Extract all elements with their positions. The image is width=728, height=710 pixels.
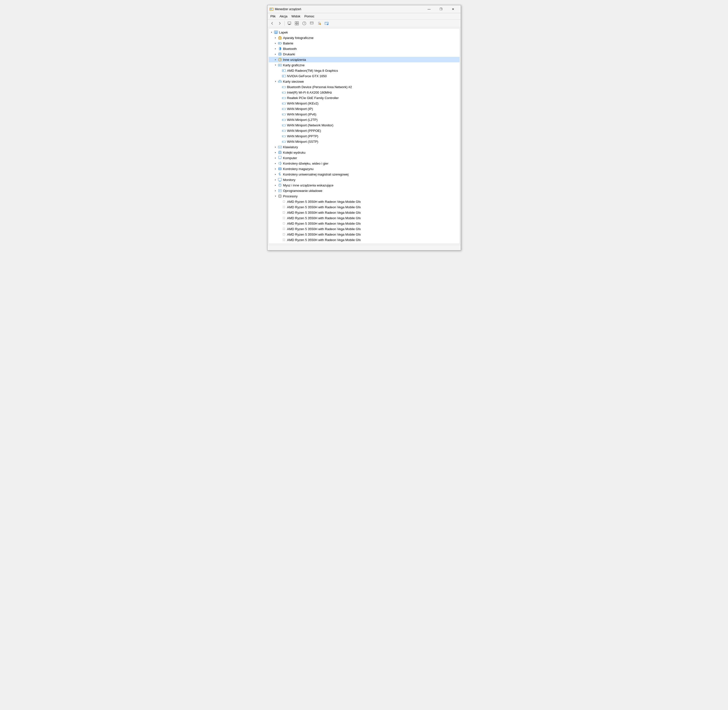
tree-item-cpu2[interactable]: ▸ ☐ AMD Ryzen 5 3550H with Radeon Vega M… [269, 204, 459, 210]
status-bar [268, 245, 461, 250]
tree-item-wan-nm[interactable]: ▸ WAN Miniport (Network Monitor) [269, 122, 459, 128]
tree-item-wan-sstp[interactable]: ▸ WAN Miniport (SSTP) [269, 139, 459, 144]
toolbar-btn-8[interactable] [324, 21, 330, 26]
tree-item-mysz[interactable]: ▸ Mysz i inne urządzenia wskazujące [269, 182, 459, 188]
toolbar-btn-6[interactable] [309, 21, 315, 26]
expand-baterie[interactable]: ▸ [274, 41, 278, 45]
menu-akcja[interactable]: Akcja [278, 14, 289, 19]
toolbar-btn-3[interactable] [286, 21, 293, 26]
close-button[interactable]: ✕ [447, 6, 459, 12]
tree-item-wan-pppoe[interactable]: ▸ WAN Miniport (PPPOE) [269, 128, 459, 133]
icon-realtek [282, 95, 286, 100]
expand-klawiatury[interactable]: ▸ [274, 145, 278, 149]
expand-aparaty[interactable]: ▸ [274, 36, 278, 40]
svg-rect-7 [288, 25, 291, 25]
tree-item-karty-graf[interactable]: ▾ Karty graficzne [269, 62, 459, 68]
tree-item-intel-wifi[interactable]: ▸ Intel(R) Wi-Fi 6 AX200 160MHz [269, 89, 459, 95]
svg-rect-2 [271, 9, 272, 9]
tree-item-usb[interactable]: ▸ Kontrolery uniwersalnej magistrali sze… [269, 172, 459, 177]
label-drukarki: Drukarki [283, 52, 295, 56]
tree-item-procesory[interactable]: ▾ [269, 194, 459, 199]
tree-item-nvidia[interactable]: ▸ NVIDIA GeForce GTX 1650 [269, 73, 459, 79]
svg-rect-45 [283, 75, 284, 77]
tree-item-cpu1[interactable]: ▸ ☐ AMD Ryzen 5 3550H with Radeon Vega M… [269, 199, 459, 204]
label-karty-graf: Karty graficzne [283, 63, 305, 67]
tree-item-karty-siec[interactable]: ▾ Karty sieciowe [269, 79, 459, 84]
expand-usb[interactable]: ▸ [274, 172, 278, 176]
tree-item-drukarki[interactable]: ▸ Drukarki [269, 51, 459, 57]
expand-storage[interactable]: ▸ [274, 167, 278, 171]
tree-item-audio[interactable]: ▸ Kontrolery dźwięku, wideo i gier [269, 161, 459, 166]
expand-audio[interactable]: ▸ [274, 161, 278, 165]
label-klawiatury: Klawiatury [283, 145, 298, 149]
minimize-button[interactable]: — [424, 6, 435, 12]
expand-procesory[interactable]: ▾ [274, 194, 278, 198]
tree-item-wan-pptp[interactable]: ▸ WAN Miniport (PPTP) [269, 133, 459, 139]
maximize-button[interactable]: ❐ [435, 6, 447, 12]
icon-cpu5: ☐ [282, 221, 286, 226]
icon-usb [278, 172, 282, 176]
tree-item-wan-ip[interactable]: ▸ WAN Miniport (IP) [269, 106, 459, 111]
menu-pomoc[interactable]: Pomoc [302, 14, 316, 19]
tree-item-cpu6[interactable]: ▸ ☐ AMD Ryzen 5 3550H with Radeon Vega M… [269, 226, 459, 232]
toolbar-help-button[interactable]: ? [301, 21, 307, 26]
tree-item-aparaty[interactable]: ▸ Aparaty fotograficzne [269, 35, 459, 41]
expand-monitory[interactable]: ▸ [274, 178, 278, 182]
tree-item-monitory[interactable]: ▸ Monitory [269, 177, 459, 182]
tree-item-bluetooth[interactable]: ▸ Bluetooth [269, 46, 459, 51]
tree-item-wan-l2tp[interactable]: ▸ WAN Miniport (L2TP) [269, 117, 459, 122]
expand-oprogr[interactable]: ▸ [274, 189, 278, 193]
svg-rect-31 [279, 43, 280, 44]
tree-item-baterie[interactable]: ▸ Baterie [269, 41, 459, 46]
tree-item-storage[interactable]: ▸ Kontrolery magazynu [269, 166, 459, 172]
back-button[interactable] [269, 21, 275, 26]
expand-karty-graf[interactable]: ▾ [274, 63, 278, 67]
expand-komputer[interactable]: ▸ [274, 156, 278, 160]
menu-plik[interactable]: Plik [269, 14, 278, 19]
expand-inne[interactable]: ▸ [274, 57, 278, 62]
tree-item-cpu7[interactable]: ▸ ☐ AMD Ryzen 5 3550H with Radeon Vega M… [269, 232, 459, 237]
toolbar-btn-4[interactable] [294, 21, 300, 26]
icon-cpu6: ☐ [282, 227, 286, 231]
expand-karty-siec[interactable]: ▾ [274, 79, 278, 84]
icon-storage [278, 167, 282, 171]
label-bt-pan: Bluetooth Device (Personal Area Network)… [287, 85, 352, 89]
tree-item-kolejki[interactable]: ▸ Kolejki wydruku [269, 150, 459, 155]
icon-procesory [278, 194, 282, 198]
tree-item-oprogr[interactable]: ▸ Oprogramowanie układowe [269, 188, 459, 194]
tree-item-realtek[interactable]: ▸ Realtek PCIe GbE Family Controller [269, 95, 459, 101]
svg-rect-73 [283, 141, 283, 142]
icon-wan-ip [282, 107, 286, 111]
tree-item-cpu4[interactable]: ▸ ☐ AMD Ryzen 5 3550H with Radeon Vega M… [269, 215, 459, 221]
icon-karty-siec [278, 79, 282, 84]
label-procesory: Procesory [283, 194, 298, 198]
label-usb: Kontrolery uniwersalnej magistrali szere… [283, 173, 349, 176]
tree-item-amd-vega[interactable]: ▸ AMD Radeon(TM) Vega 8 Graphics [269, 68, 459, 73]
icon-wan-l2tp [282, 117, 286, 122]
label-baterie: Baterie [283, 41, 293, 45]
menu-widok[interactable]: Widok [289, 14, 302, 19]
expand-lapek[interactable]: ▾ [270, 30, 274, 34]
svg-rect-9 [297, 22, 299, 23]
device-tree[interactable]: ▾ Lapek ▸ [269, 28, 460, 244]
expand-mysz[interactable]: ▸ [274, 183, 278, 187]
tree-item-wan-ikev2[interactable]: ▸ WAN Miniport (IKEv2) [269, 101, 459, 106]
expand-kolejki[interactable]: ▸ [274, 150, 278, 154]
svg-rect-5 [288, 22, 291, 24]
expand-bluetooth[interactable]: ▸ [274, 47, 278, 51]
tree-item-klawiatury[interactable]: ▸ Klawiatury [269, 144, 459, 150]
tree-item-bt-pan[interactable]: ▸ Bluetooth Device (Personal Area Networ… [269, 84, 459, 89]
tree-item-inne[interactable]: ▸ ? Inne urządzenia [269, 57, 459, 62]
tree-item-lapek[interactable]: ▾ Lapek [269, 29, 459, 35]
device-manager-window: Menedżer urządzeń — ❐ ✕ Plik Akcja Widok… [267, 5, 461, 251]
toolbar-btn-7[interactable]: ! [316, 21, 322, 26]
tree-item-cpu3[interactable]: ▸ ☐ AMD Ryzen 5 3550H with Radeon Vega M… [269, 210, 459, 215]
svg-rect-55 [283, 92, 283, 93]
tree-item-cpu5[interactable]: ▸ ☐ AMD Ryzen 5 3550H with Radeon Vega M… [269, 221, 459, 226]
forward-button[interactable] [276, 21, 283, 26]
expand-drukarki[interactable]: ▸ [274, 52, 278, 56]
tree-item-komputer[interactable]: ▸ Komputer [269, 155, 459, 161]
label-amd-vega: AMD Radeon(TM) Vega 8 Graphics [287, 69, 338, 72]
tree-item-cpu8[interactable]: ▸ ☐ AMD Ryzen 5 3550H with Radeon Vega M… [269, 237, 459, 242]
tree-item-wan-ipv6[interactable]: ▸ WAN Miniport (IPv6) [269, 111, 459, 117]
